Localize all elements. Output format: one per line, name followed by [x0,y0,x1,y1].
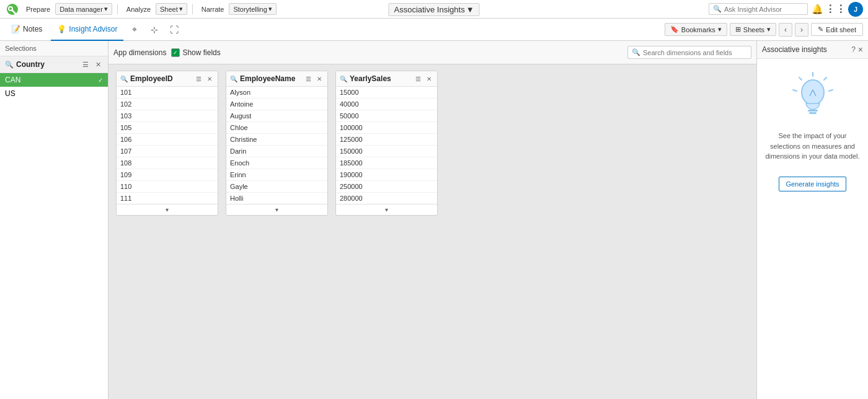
list-item[interactable]: 280000 [336,193,437,204]
list-item[interactable]: 106 [117,134,218,146]
list-item[interactable]: 40000 [336,99,437,110]
list-item[interactable]: August [226,110,327,122]
bookmarks-label: Bookmarks [681,26,715,33]
list-item[interactable]: 105 [117,122,218,134]
list-item[interactable]: 107 [117,146,218,157]
qlik-logo[interactable] [5,2,20,17]
list-item[interactable]: 101 [117,87,218,99]
storytelling-dropdown[interactable]: Storytelling ▾ [229,3,276,15]
list-item[interactable]: 15000 [336,87,437,99]
list-item[interactable]: 125000 [336,134,437,146]
country-filter-list: CAN ✓ US [0,73,108,100]
country-item-can-label: CAN [5,76,20,84]
narrate-label: Narrate [198,6,228,13]
list-item[interactable]: 109 [117,169,218,181]
list-item[interactable]: 50000 [336,110,437,122]
ask-advisor-wrap[interactable]: 🔍 [709,3,808,15]
apps-menu-btn[interactable]: ⋮⋮ [827,1,844,18]
svg-line-13 [793,90,797,91]
list-item[interactable]: Darin [226,146,327,157]
generate-insights-btn[interactable]: Generate insights [779,177,846,191]
insight-advisor-tab[interactable]: 💡 Insight Advisor [51,19,123,41]
list-item[interactable]: 190000 [336,169,437,181]
yearly-sales-footer: ▾ [336,204,437,215]
prev-sheet-btn[interactable]: ‹ [779,23,792,37]
prepare-section: Prepare Data manager ▾ [22,0,112,18]
employee-name-list-icon[interactable]: ☰ [304,74,312,83]
country-clear-icon[interactable]: ✕ [93,59,103,69]
screenshot-btn[interactable]: ⛶ [166,21,183,38]
list-item[interactable]: Alyson [226,87,327,99]
list-item[interactable]: Erinn [226,169,327,181]
employee-name-scroll-down[interactable]: ▾ [275,206,278,213]
sheet-dropdown[interactable]: Sheet ▾ [156,3,187,15]
notes-tab[interactable]: 📝 Notes [5,19,48,41]
app-title-dropdown[interactable]: Associative Insights ▼ [388,3,479,16]
list-item[interactable]: 103 [117,110,218,122]
lightbulb-icon [788,71,838,121]
yearly-sales-list-icon[interactable]: ☰ [414,74,422,83]
list-item[interactable]: 108 [117,157,218,169]
svg-line-12 [799,77,802,80]
list-item[interactable]: 100000 [336,122,437,134]
country-item-us[interactable]: US [0,87,108,100]
sheets-arrow: ▾ [767,25,771,33]
yearly-sales-clear-icon[interactable]: ✕ [425,74,433,83]
notification-bell[interactable]: 🔔 [812,4,823,15]
list-item[interactable]: Gayle [226,181,327,193]
employee-name-items: Alyson Antoine August Chloe Christine Da… [226,87,327,204]
search-dimensions-input[interactable] [643,49,747,56]
country-item-can[interactable]: CAN ✓ [0,73,108,87]
top-right-icons: 🔍 🔔 ⋮⋮ J [709,1,863,18]
next-sheet-btn[interactable]: › [795,23,808,37]
sheets-grid-icon: ⊞ [735,25,741,33]
list-item[interactable]: Enoch [226,157,327,169]
search-dimensions-icon: 🔍 [632,48,640,56]
sheets-btn[interactable]: ⊞ Sheets ▾ [730,23,776,36]
data-manager-dropdown-arrow: ▾ [104,5,108,13]
toolbar-right: 🔖 Bookmarks ▾ ⊞ Sheets ▾ ‹ › ✎ Edit shee… [665,23,863,37]
insight-advisor-icon: 💡 [57,25,66,33]
center-content: App dimensions ✓ Show fields 🔍 🔍 Employe… [108,41,756,399]
employee-id-list-icon[interactable]: ☰ [194,74,203,83]
edit-icon: ✎ [818,25,823,33]
right-panel: Associative insights ? × See the [756,41,868,399]
list-item[interactable]: 185000 [336,157,437,169]
list-item[interactable]: 150000 [336,146,437,157]
svg-point-4 [802,80,824,105]
edit-sheet-btn[interactable]: ✎ Edit sheet [811,23,863,36]
employee-name-header: 🔍 EmployeeName ☰ ✕ [226,71,327,87]
list-item[interactable]: 111 [117,193,218,204]
lasso-btn[interactable]: ⌖ [126,21,143,38]
employee-name-search-icon: 🔍 [230,76,237,82]
data-manager-dropdown[interactable]: Data manager ▾ [55,3,112,15]
employee-name-clear-icon[interactable]: ✕ [315,74,324,83]
list-item[interactable]: Christine [226,134,327,146]
selection-rect-btn[interactable]: ⊹ [146,21,163,38]
show-fields-checkbox[interactable]: ✓ Show fields [171,48,220,57]
insights-description: See the impact of your selections on mea… [764,131,861,162]
bookmarks-btn[interactable]: 🔖 Bookmarks ▾ [665,23,727,36]
yearly-sales-scroll-down[interactable]: ▾ [385,206,388,213]
employee-id-scroll-down[interactable]: ▾ [166,206,169,213]
list-item[interactable]: Antoine [226,99,327,110]
list-item[interactable]: 250000 [336,181,437,193]
nav-divider-2 [192,4,193,14]
user-avatar[interactable]: J [848,2,863,17]
ask-advisor-input[interactable] [724,6,804,13]
show-fields-check-icon: ✓ [171,48,180,57]
insights-help-btn[interactable]: ? [851,45,856,54]
yearly-sales-header: 🔍 YearlySales ☰ ✕ [336,71,437,87]
employee-id-clear-icon[interactable]: ✕ [205,74,214,83]
main-area: Selections 🔍 Country ☰ ✕ CAN ✓ US [0,41,868,399]
data-manager-label: Data manager [60,6,103,13]
search-dimensions-wrap[interactable]: 🔍 [627,46,751,59]
list-item[interactable]: Holli [226,193,327,204]
sheets-label: Sheets [743,26,764,33]
list-item[interactable]: 110 [117,181,218,193]
country-filter: 🔍 Country ☰ ✕ CAN ✓ US [0,56,108,100]
country-list-icon[interactable]: ☰ [81,59,91,69]
list-item[interactable]: Chloe [226,122,327,134]
list-item[interactable]: 102 [117,99,218,110]
insights-close-btn[interactable]: × [858,45,863,55]
